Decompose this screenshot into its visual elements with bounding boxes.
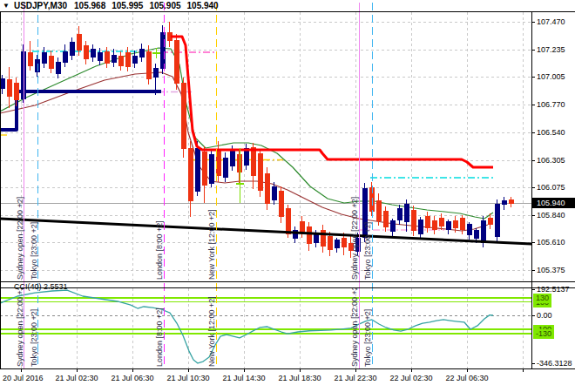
current-price-badge: 105.940 bbox=[532, 198, 575, 208]
time-tick-label: 22 Jul 06:30 bbox=[436, 374, 497, 382]
chart-window: ▼ USDJPY,M30 105.968 105.995 105.905 105… bbox=[0, 0, 575, 392]
price-tick-label: 105.375 bbox=[537, 266, 565, 274]
cci-max-label: 192.5137 bbox=[537, 285, 570, 294]
time-tick-label: 21 Jul 06:30 bbox=[102, 374, 163, 382]
price-tick-label: 106.075 bbox=[537, 183, 565, 192]
price-tick-label: 106.540 bbox=[537, 128, 565, 137]
ohlc-close: 105.940 bbox=[187, 1, 219, 10]
cci-min-label: -346.3128 bbox=[537, 359, 572, 368]
price-tick-label: 107.235 bbox=[537, 45, 565, 54]
time-tick-label: 20 Jul 2016 bbox=[3, 374, 44, 382]
indicator-label: CCI(40) 2.5531 bbox=[14, 282, 68, 291]
ohlc-high: 105.995 bbox=[112, 1, 143, 10]
time-tick-label: 21 Jul 02:30 bbox=[46, 374, 107, 382]
price-tick-label: 105.610 bbox=[537, 238, 565, 247]
price-tick-label: 105.840 bbox=[537, 211, 565, 220]
time-tick-label: 21 Jul 18:30 bbox=[269, 374, 330, 382]
price-tick-label: 107.470 bbox=[537, 17, 565, 26]
cci-level-badge: -130 bbox=[533, 329, 554, 339]
time-tick-label: 22 Jul 02:30 bbox=[381, 374, 442, 382]
cci-zero-label: 0.00 bbox=[537, 311, 552, 320]
chart-header: ▼ USDJPY,M30 105.968 105.995 105.905 105… bbox=[3, 0, 225, 11]
symbol-period-label: USDJPY,M30 bbox=[14, 1, 67, 10]
time-tick-label: 21 Jul 10:30 bbox=[158, 374, 219, 382]
cci-level-badge: 130 bbox=[533, 294, 551, 303]
price-tick-label: 106.770 bbox=[537, 100, 565, 109]
chart-canvas[interactable] bbox=[0, 0, 575, 392]
time-tick-label: 21 Jul 14:30 bbox=[213, 374, 274, 382]
symbol-dropdown-icon[interactable]: ▼ bbox=[3, 2, 10, 10]
price-tick-label: 106.305 bbox=[537, 156, 565, 165]
price-tick-label: 107.005 bbox=[537, 72, 565, 81]
time-tick-label: 21 Jul 22:30 bbox=[325, 374, 386, 382]
ohlc-low: 105.905 bbox=[149, 1, 180, 10]
ohlc-open: 105.968 bbox=[74, 1, 105, 10]
